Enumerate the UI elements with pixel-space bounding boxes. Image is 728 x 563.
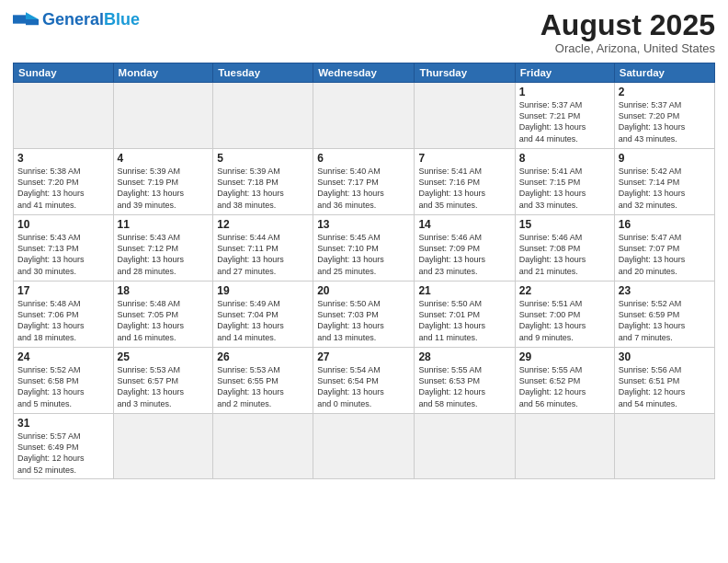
calendar-cell [213, 414, 313, 479]
day-info: Sunrise: 5:54 AM Sunset: 6:54 PM Dayligh… [317, 364, 410, 409]
day-info: Sunrise: 5:46 AM Sunset: 7:09 PM Dayligh… [418, 232, 510, 277]
calendar-cell: 2Sunrise: 5:37 AM Sunset: 7:20 PM Daylig… [614, 83, 714, 149]
calendar-week-row: 31Sunrise: 5:57 AM Sunset: 6:49 PM Dayli… [14, 414, 715, 479]
title-block: August 2025 Oracle, Arizona, United Stat… [540, 9, 715, 55]
day-number: 9 [619, 152, 711, 165]
svg-marker-2 [26, 19, 39, 25]
day-number: 27 [317, 350, 410, 363]
day-number: 19 [217, 284, 309, 297]
calendar-cell: 3Sunrise: 5:38 AM Sunset: 7:20 PM Daylig… [14, 149, 114, 215]
logo-general: General [42, 10, 104, 29]
logo-blue: Blue [104, 10, 140, 29]
page: GeneralBlue August 2025 Oracle, Arizona,… [0, 0, 728, 563]
logo-text: GeneralBlue [42, 10, 140, 29]
day-info: Sunrise: 5:43 AM Sunset: 7:12 PM Dayligh… [118, 232, 210, 277]
day-number: 22 [519, 284, 610, 297]
day-number: 17 [17, 284, 109, 297]
day-info: Sunrise: 5:44 AM Sunset: 7:11 PM Dayligh… [217, 232, 309, 277]
weekday-header-wednesday: Wednesday [313, 63, 415, 83]
day-number: 16 [619, 218, 711, 231]
calendar-cell: 20Sunrise: 5:50 AM Sunset: 7:03 PM Dayli… [313, 282, 415, 348]
day-info: Sunrise: 5:53 AM Sunset: 6:57 PM Dayligh… [118, 364, 210, 409]
day-number: 3 [17, 152, 109, 165]
calendar-cell [313, 83, 415, 149]
day-info: Sunrise: 5:41 AM Sunset: 7:16 PM Dayligh… [418, 166, 510, 211]
day-number: 10 [17, 218, 109, 231]
calendar-cell [614, 414, 714, 479]
day-info: Sunrise: 5:46 AM Sunset: 7:08 PM Dayligh… [519, 232, 610, 277]
day-number: 5 [217, 152, 309, 165]
calendar-cell [415, 83, 515, 149]
calendar-cell: 17Sunrise: 5:48 AM Sunset: 7:06 PM Dayli… [14, 282, 114, 348]
calendar-cell [14, 83, 114, 149]
day-info: Sunrise: 5:50 AM Sunset: 7:03 PM Dayligh… [317, 298, 410, 343]
day-info: Sunrise: 5:49 AM Sunset: 7:04 PM Dayligh… [217, 298, 309, 343]
day-info: Sunrise: 5:55 AM Sunset: 6:52 PM Dayligh… [519, 364, 610, 409]
calendar-header-row: SundayMondayTuesdayWednesdayThursdayFrid… [14, 63, 715, 83]
svg-rect-0 [13, 15, 26, 23]
calendar-cell: 15Sunrise: 5:46 AM Sunset: 7:08 PM Dayli… [515, 215, 614, 282]
day-number: 21 [418, 284, 510, 297]
calendar-cell: 31Sunrise: 5:57 AM Sunset: 6:49 PM Dayli… [14, 414, 114, 479]
calendar-cell: 6Sunrise: 5:40 AM Sunset: 7:17 PM Daylig… [313, 149, 415, 215]
calendar-cell: 27Sunrise: 5:54 AM Sunset: 6:54 PM Dayli… [313, 348, 415, 414]
day-number: 8 [519, 152, 610, 165]
calendar-cell [113, 414, 213, 479]
calendar-cell [113, 83, 213, 149]
day-number: 25 [118, 350, 210, 363]
generalblue-logo-icon [13, 9, 39, 29]
logo: GeneralBlue [13, 9, 140, 29]
day-info: Sunrise: 5:37 AM Sunset: 7:20 PM Dayligh… [619, 99, 711, 144]
day-info: Sunrise: 5:53 AM Sunset: 6:55 PM Dayligh… [217, 364, 309, 409]
day-info: Sunrise: 5:57 AM Sunset: 6:49 PM Dayligh… [17, 431, 109, 476]
day-info: Sunrise: 5:42 AM Sunset: 7:14 PM Dayligh… [619, 166, 711, 211]
day-number: 11 [118, 218, 210, 231]
calendar-cell: 4Sunrise: 5:39 AM Sunset: 7:19 PM Daylig… [113, 149, 213, 215]
calendar-week-row: 1Sunrise: 5:37 AM Sunset: 7:21 PM Daylig… [14, 83, 715, 149]
calendar-cell [415, 414, 515, 479]
calendar-cell: 29Sunrise: 5:55 AM Sunset: 6:52 PM Dayli… [515, 348, 614, 414]
calendar-week-row: 17Sunrise: 5:48 AM Sunset: 7:06 PM Dayli… [14, 282, 715, 348]
day-info: Sunrise: 5:56 AM Sunset: 6:51 PM Dayligh… [619, 364, 711, 409]
calendar-cell: 16Sunrise: 5:47 AM Sunset: 7:07 PM Dayli… [614, 215, 714, 282]
day-number: 23 [619, 284, 711, 297]
day-info: Sunrise: 5:52 AM Sunset: 6:58 PM Dayligh… [17, 364, 109, 409]
day-number: 20 [317, 284, 410, 297]
weekday-header-saturday: Saturday [614, 63, 714, 83]
calendar-cell: 11Sunrise: 5:43 AM Sunset: 7:12 PM Dayli… [113, 215, 213, 282]
svg-marker-1 [26, 12, 39, 19]
day-info: Sunrise: 5:40 AM Sunset: 7:17 PM Dayligh… [317, 166, 410, 211]
day-info: Sunrise: 5:47 AM Sunset: 7:07 PM Dayligh… [619, 232, 711, 277]
day-info: Sunrise: 5:51 AM Sunset: 7:00 PM Dayligh… [519, 298, 610, 343]
day-number: 4 [118, 152, 210, 165]
day-number: 13 [317, 218, 410, 231]
day-info: Sunrise: 5:38 AM Sunset: 7:20 PM Dayligh… [17, 166, 109, 211]
day-number: 26 [217, 350, 309, 363]
day-number: 31 [17, 417, 109, 430]
header: GeneralBlue August 2025 Oracle, Arizona,… [13, 9, 715, 55]
calendar-cell: 13Sunrise: 5:45 AM Sunset: 7:10 PM Dayli… [313, 215, 415, 282]
calendar-cell [313, 414, 415, 479]
day-number: 14 [418, 218, 510, 231]
day-info: Sunrise: 5:50 AM Sunset: 7:01 PM Dayligh… [418, 298, 510, 343]
weekday-header-thursday: Thursday [415, 63, 515, 83]
day-info: Sunrise: 5:45 AM Sunset: 7:10 PM Dayligh… [317, 232, 410, 277]
calendar-cell: 23Sunrise: 5:52 AM Sunset: 6:59 PM Dayli… [614, 282, 714, 348]
calendar-cell: 7Sunrise: 5:41 AM Sunset: 7:16 PM Daylig… [415, 149, 515, 215]
calendar-week-row: 24Sunrise: 5:52 AM Sunset: 6:58 PM Dayli… [14, 348, 715, 414]
weekday-header-sunday: Sunday [14, 63, 114, 83]
day-info: Sunrise: 5:39 AM Sunset: 7:19 PM Dayligh… [118, 166, 210, 211]
day-number: 28 [418, 350, 510, 363]
day-number: 29 [519, 350, 610, 363]
weekday-header-tuesday: Tuesday [213, 63, 313, 83]
day-number: 7 [418, 152, 510, 165]
day-number: 30 [619, 350, 711, 363]
calendar-cell [213, 83, 313, 149]
calendar-cell: 14Sunrise: 5:46 AM Sunset: 7:09 PM Dayli… [415, 215, 515, 282]
calendar-table: SundayMondayTuesdayWednesdayThursdayFrid… [13, 63, 715, 479]
weekday-header-monday: Monday [113, 63, 213, 83]
calendar-cell: 12Sunrise: 5:44 AM Sunset: 7:11 PM Dayli… [213, 215, 313, 282]
calendar-cell: 25Sunrise: 5:53 AM Sunset: 6:57 PM Dayli… [113, 348, 213, 414]
calendar-cell: 24Sunrise: 5:52 AM Sunset: 6:58 PM Dayli… [14, 348, 114, 414]
day-number: 1 [519, 86, 610, 98]
